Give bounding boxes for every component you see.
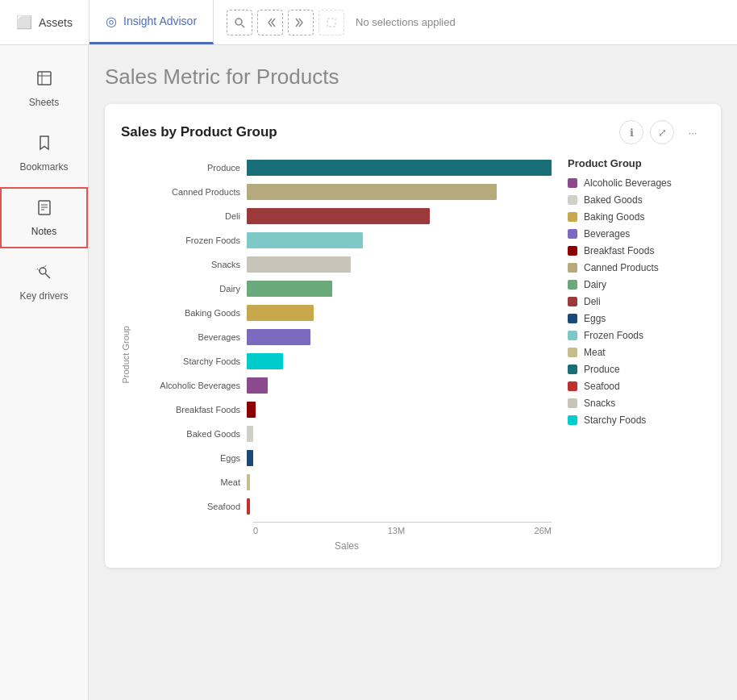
bar-row: Baked Goods [142,423,552,444]
legend-color-swatch [568,280,577,290]
chart-header: Sales by Product Group ℹ ⤢ ··· [121,120,705,144]
legend-color-swatch [568,415,577,425]
bar-fill [247,402,256,418]
bar-container[interactable] [247,232,552,248]
legend-item[interactable]: Baking Goods [568,211,705,223]
chart-card: Sales by Product Group ℹ ⤢ ··· Product G… [105,104,721,568]
legend-item-label: Alcoholic Beverages [584,177,672,189]
bar-fill [247,450,253,466]
info-btn[interactable]: ℹ [619,120,643,144]
bar-container[interactable] [247,450,552,466]
bar-container[interactable] [247,160,552,176]
svg-rect-2 [327,19,335,27]
bar-label: Deli [142,211,247,221]
legend-item[interactable]: Produce [568,364,705,375]
bar-fill [247,498,250,515]
tab-assets[interactable]: ⬜ Assets [0,0,90,44]
bookmarks-icon [35,134,53,156]
legend-item[interactable]: Canned Products [568,262,705,273]
legend-item[interactable]: Baked Goods [568,194,705,206]
sidebar-item-notes[interactable]: Notes [0,187,88,248]
legend-color-swatch [568,229,577,239]
bar-container[interactable] [247,474,552,490]
bar-row: Produce [142,157,552,178]
bar-label: Frozen Foods [142,235,247,245]
legend-item[interactable]: Beverages [568,228,705,240]
back-btn[interactable] [257,10,283,35]
bar-label: Meat [142,477,247,487]
x-label-0: 0 [253,526,258,535]
legend-item-label: Dairy [584,279,606,290]
bar-label: Starchy Foods [142,356,247,366]
no-selection-label: No selections applied [356,16,456,28]
bar-container[interactable] [247,305,552,321]
bar-label: Seafood [142,502,247,511]
notes-icon [35,198,53,221]
bar-fill [247,160,552,176]
legend-color-swatch [568,263,577,273]
bar-container[interactable] [247,329,552,345]
svg-point-10 [40,268,46,274]
bar-container[interactable] [247,498,552,515]
bar-label: Breakfast Foods [142,405,247,415]
bar-container[interactable] [247,426,552,442]
sidebar-item-sheets[interactable]: Sheets [0,58,88,119]
bar-container[interactable] [247,256,552,273]
legend-item[interactable]: Snacks [568,398,705,409]
x-axis [253,522,552,523]
bar-row: Breakfast Foods [142,399,552,420]
legend-item[interactable]: Starchy Foods [568,415,705,426]
tab-insight-advisor[interactable]: ◎ Insight Advisor [90,0,214,44]
bar-fill [247,232,363,248]
sheets-icon [35,69,53,92]
bar-row: Starchy Foods [142,351,552,372]
bar-fill [247,329,310,345]
assets-label: Assets [39,16,73,29]
legend-color-swatch [568,246,577,256]
x-axis-title: Sales [142,540,552,552]
chart-body: Product Group ProduceCanned ProductsDeli… [121,157,705,552]
legend: Product Group Alcoholic BeveragesBaked G… [560,157,705,552]
legend-item[interactable]: Breakfast Foods [568,245,705,256]
sidebar-item-bookmarks[interactable]: Bookmarks [0,123,88,184]
bar-row: Canned Products [142,181,552,202]
bar-container[interactable] [247,184,552,200]
legend-item[interactable]: Deli [568,296,705,307]
sidebar-item-key-drivers[interactable]: Key drivers [0,252,88,313]
legend-item-label: Baking Goods [584,211,644,223]
more-btn[interactable]: ··· [681,120,705,144]
x-label-13m: 13M [388,526,405,535]
insight-advisor-icon: ◎ [106,14,117,29]
legend-color-swatch [568,348,577,357]
legend-color-swatch [568,398,577,408]
bar-container[interactable] [247,353,552,369]
bar-fill [247,256,351,273]
bar-row: Alcoholic Beverages [142,375,552,396]
legend-item[interactable]: Seafood [568,381,705,392]
legend-item[interactable]: Meat [568,347,705,358]
svg-point-0 [235,19,242,25]
bar-container[interactable] [247,377,552,394]
export-btn [319,10,344,35]
bar-container[interactable] [247,402,552,418]
legend-item-label: Starchy Foods [584,415,646,426]
x-labels: 0 13M 26M [253,526,552,535]
legend-item[interactable]: Eggs [568,313,705,324]
bar-fill [247,353,283,369]
main-layout: Sheets Bookmarks Notes Key drivers Sales… [0,45,737,700]
bar-fill [247,377,268,394]
bar-label: Eggs [142,453,247,463]
legend-item-label: Seafood [584,381,620,392]
bar-container[interactable] [247,208,552,224]
bar-label: Produce [142,163,247,173]
bar-container[interactable] [247,281,552,297]
legend-item[interactable]: Frozen Foods [568,330,705,341]
notes-label: Notes [31,226,56,237]
expand-btn[interactable]: ⤢ [650,120,674,144]
legend-item-label: Baked Goods [584,194,643,206]
forward-btn[interactable] [288,10,314,35]
svg-line-1 [242,24,245,27]
legend-item[interactable]: Dairy [568,279,705,290]
search-btn[interactable] [227,10,252,35]
legend-item[interactable]: Alcoholic Beverages [568,177,705,189]
